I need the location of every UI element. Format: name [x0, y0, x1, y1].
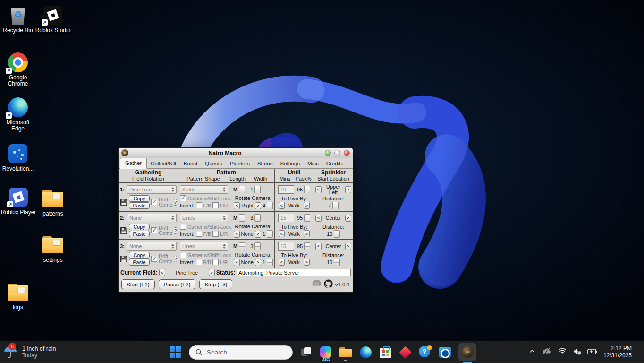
- hive-by-right-button[interactable]: >: [304, 202, 310, 209]
- start-button[interactable]: [169, 343, 182, 362]
- desktop-icon-settings[interactable]: settings: [35, 234, 71, 263]
- location-left-button[interactable]: <: [315, 215, 322, 222]
- shift-lock-checkbox[interactable]: [180, 252, 186, 258]
- hive-by-left-button[interactable]: <: [279, 259, 285, 266]
- location-right-button[interactable]: >: [345, 243, 351, 250]
- desktop-icon-recycle-bin[interactable]: ♻ Recycle Bin: [0, 5, 36, 34]
- rotate-right-button[interactable]: >: [255, 202, 261, 209]
- copy-button[interactable]: Copy: [129, 252, 150, 259]
- rotate-left-button[interactable]: <: [234, 202, 240, 209]
- save-icon[interactable]: [120, 255, 127, 263]
- drift-comp-checkbox[interactable]: [151, 227, 157, 233]
- taskbar-natro-macro-active[interactable]: ∞: [458, 343, 477, 362]
- invert-fb-checkbox[interactable]: [196, 259, 202, 265]
- volume-muted-icon[interactable]: [573, 348, 581, 357]
- invert-lr-checkbox[interactable]: [212, 231, 219, 237]
- length-spinner[interactable]: [239, 186, 245, 193]
- clock[interactable]: 2:12 PM 12/31/2025: [603, 345, 632, 359]
- paste-button[interactable]: Paste: [129, 231, 150, 237]
- minimize-button[interactable]: [325, 150, 331, 156]
- stop-button[interactable]: Stop (F3): [199, 279, 232, 289]
- pack-spinner[interactable]: [304, 242, 310, 250]
- weather-widget[interactable]: 5 1 inch of rain Today: [3, 341, 56, 363]
- tab-misc[interactable]: Misc: [304, 159, 322, 168]
- field-select[interactable]: Pine Tree: [127, 185, 177, 194]
- rotate-count-spinner[interactable]: [267, 230, 273, 238]
- length-spinner[interactable]: [239, 242, 245, 250]
- invert-fb-checkbox[interactable]: [196, 202, 202, 208]
- hive-by-left-button[interactable]: <: [279, 230, 285, 237]
- tray-chevron-up-icon[interactable]: [529, 348, 535, 356]
- tab-credits[interactable]: Credits: [322, 159, 347, 168]
- taskbar-file-explorer[interactable]: [339, 343, 352, 362]
- rotate-count-spinner[interactable]: [267, 259, 273, 266]
- location-right-button[interactable]: >: [345, 186, 351, 193]
- desktop-icon-revolution[interactable]: Revolution...: [0, 143, 36, 172]
- rotate-left-button[interactable]: <: [234, 259, 240, 266]
- desktop-icon-roblox-player[interactable]: ↗ Roblox Player: [0, 187, 38, 216]
- github-icon[interactable]: [324, 279, 333, 289]
- discord-icon[interactable]: [311, 280, 322, 289]
- tab-planters[interactable]: Planters: [226, 159, 254, 168]
- invert-lr-checkbox[interactable]: [212, 259, 219, 265]
- help-button[interactable]: ?: [174, 256, 177, 262]
- field-select[interactable]: None: [127, 242, 177, 251]
- shift-lock-checkbox[interactable]: [180, 195, 186, 201]
- paste-button[interactable]: Paste: [129, 202, 150, 209]
- taskbar-outlook[interactable]: [438, 343, 451, 362]
- task-view-button[interactable]: [299, 343, 313, 362]
- mins-input[interactable]: 15: [278, 242, 294, 251]
- desktop-icon-logs[interactable]: logs: [0, 282, 36, 311]
- copy-button[interactable]: Copy: [129, 195, 150, 202]
- rotate-right-button[interactable]: >: [255, 231, 261, 238]
- location-left-button[interactable]: <: [315, 243, 322, 250]
- pack-spinner[interactable]: [304, 186, 310, 193]
- width-spinner[interactable]: [254, 214, 261, 222]
- battery-charging-icon[interactable]: [587, 348, 597, 356]
- taskbar-diamond-app[interactable]: [398, 343, 412, 362]
- copy-button[interactable]: Copy: [129, 224, 150, 230]
- tab-settings[interactable]: Settings: [277, 159, 304, 168]
- taskbar-m365-copilot[interactable]: M365: [319, 343, 332, 362]
- distance-spinner[interactable]: [334, 230, 340, 238]
- pack-spinner[interactable]: [304, 214, 310, 222]
- field-next-button[interactable]: >: [209, 269, 215, 276]
- mins-input[interactable]: 10: [278, 185, 294, 194]
- pattern-select[interactable]: Lines: [180, 242, 228, 251]
- tab-collect-kill[interactable]: Collect/Kill: [147, 159, 180, 168]
- invert-lr-checkbox[interactable]: [212, 202, 219, 208]
- hive-by-right-button[interactable]: >: [304, 259, 310, 266]
- taskbar-get-help[interactable]: ?: [418, 343, 432, 362]
- location-right-button[interactable]: >: [345, 215, 351, 222]
- show-desktop-divider[interactable]: [641, 347, 641, 357]
- help-button[interactable]: ?: [174, 199, 177, 206]
- distance-spinner[interactable]: [332, 202, 339, 209]
- pattern-select[interactable]: Kettle: [180, 185, 228, 194]
- drift-comp-checkbox[interactable]: [151, 199, 157, 205]
- tab-gather[interactable]: Gather: [120, 158, 147, 169]
- pattern-select[interactable]: Lines: [180, 214, 228, 222]
- desktop-icon-google-chrome[interactable]: ↗ Google Chrome: [0, 52, 36, 87]
- hive-by-right-button[interactable]: >: [304, 230, 310, 237]
- field-select[interactable]: None: [127, 214, 177, 222]
- onedrive-paused-icon[interactable]: [542, 347, 552, 357]
- rotate-left-button[interactable]: <: [234, 231, 240, 238]
- tab-status[interactable]: Status: [254, 159, 277, 168]
- tab-boost[interactable]: Boost: [180, 159, 201, 168]
- rotate-count-spinner[interactable]: [267, 202, 273, 209]
- shift-lock-checkbox[interactable]: [180, 224, 186, 230]
- tab-quests[interactable]: Quests: [201, 159, 226, 168]
- desktop-icon-roblox-studio[interactable]: ↗ Roblox Studio: [35, 5, 71, 34]
- drift-comp-checkbox[interactable]: [151, 256, 157, 262]
- paste-button[interactable]: Paste: [129, 259, 150, 266]
- desktop-icon-microsoft-edge[interactable]: ↗ Microsoft Edge: [0, 97, 36, 132]
- invert-fb-checkbox[interactable]: [196, 231, 202, 237]
- window-titlebar[interactable]: ∞ Natro Macro: [119, 148, 353, 158]
- taskbar-microsoft-store[interactable]: [379, 343, 392, 362]
- wifi-icon[interactable]: [558, 348, 567, 356]
- save-icon[interactable]: [120, 199, 127, 206]
- hive-by-left-button[interactable]: <: [279, 202, 285, 209]
- length-spinner[interactable]: [239, 214, 245, 222]
- help-button[interactable]: ?: [174, 227, 177, 234]
- desktop-icon-patterns[interactable]: patterns: [35, 188, 71, 217]
